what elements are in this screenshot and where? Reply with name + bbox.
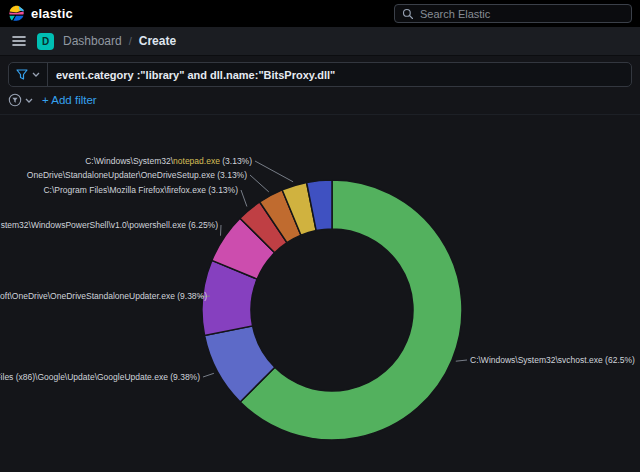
add-filter-button[interactable]: + Add filter [42, 94, 97, 106]
label-leader-line [203, 373, 214, 377]
breadcrumb: Dashboard / Create [63, 34, 176, 48]
label-leader-line [221, 225, 222, 236]
query-input[interactable]: event.category :"library" and dll.name:"… [8, 62, 632, 87]
query-text: event.category :"library" and dll.name:"… [48, 69, 343, 81]
breadcrumb-create: Create [139, 34, 176, 48]
filter-circle-icon [8, 93, 22, 107]
label-leader-line [255, 161, 293, 182]
search-placeholder: Search Elastic [420, 8, 490, 20]
filter-menu-button[interactable] [8, 93, 33, 107]
breadcrumb-separator: / [129, 35, 132, 47]
top-header: elastic Search Elastic [0, 0, 640, 27]
hamburger-icon [12, 35, 26, 47]
filter-icon [16, 69, 28, 80]
filter-bar: + Add filter [0, 91, 640, 115]
label-leader-line [250, 175, 269, 192]
label-leader-line [241, 190, 247, 207]
space-avatar[interactable]: D [37, 33, 54, 50]
search-icon [402, 8, 414, 20]
saved-query-menu-button[interactable] [9, 63, 48, 86]
chevron-down-icon [32, 72, 40, 77]
breadcrumb-dashboard[interactable]: Dashboard [63, 34, 122, 48]
global-search-input[interactable]: Search Elastic [394, 4, 632, 23]
query-bar: event.category :"library" and dll.name:"… [0, 56, 640, 91]
nav-bar: D Dashboard / Create [0, 27, 640, 56]
chevron-down-icon [25, 98, 33, 103]
brand-title: elastic [31, 6, 73, 21]
menu-button[interactable] [10, 33, 28, 49]
elastic-logo[interactable] [8, 5, 25, 22]
label-leader-line [456, 360, 467, 361]
